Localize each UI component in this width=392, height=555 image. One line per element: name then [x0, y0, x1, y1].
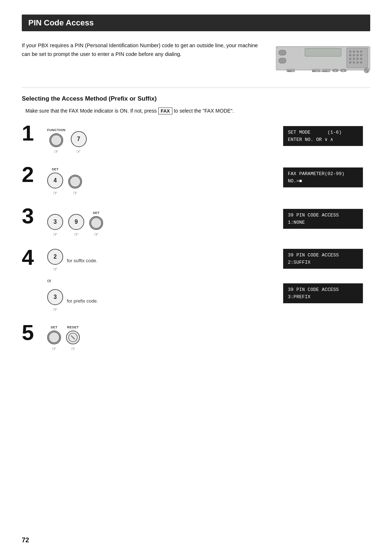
svg-point-6 — [360, 50, 362, 53]
button-9[interactable]: 9 — [68, 214, 84, 230]
step-4-option-prefix-row: 3 ☞ for prefix code. — [47, 289, 127, 312]
finger-icon-5: ☞ — [53, 231, 58, 237]
button-7-group: 7 ☞ — [71, 126, 87, 154]
finger-icon-2: ☞ — [76, 149, 81, 154]
button-3a[interactable]: 3 — [47, 214, 63, 230]
fax-machine-image: FAX SET FUNCTION 2 3 — [276, 43, 370, 77]
button-4-group: SET 4 ☞ — [47, 167, 63, 196]
subheading: Selecting the Access Method (Prefix or S… — [22, 95, 370, 102]
finger-icon-11: ☞ — [71, 346, 75, 352]
set-button-group-3: SET ☞ — [89, 211, 103, 237]
step-4-option-suffix: 2 ☞ for suffix code. — [47, 249, 127, 272]
svg-point-36 — [49, 332, 60, 343]
svg-point-16 — [353, 61, 355, 64]
set-button-5[interactable] — [47, 331, 61, 344]
svg-point-17 — [356, 61, 359, 64]
svg-point-14 — [360, 58, 362, 60]
svg-point-18 — [360, 61, 362, 64]
finger-icon-3: ☞ — [53, 190, 58, 196]
reset-label-top: RESET — [67, 325, 79, 329]
button-4[interactable]: 4 — [47, 173, 63, 189]
button-3a-group: 3 ☞ — [47, 209, 63, 237]
svg-point-33 — [51, 135, 62, 146]
set-button-group-5: SET ☞ — [47, 325, 61, 352]
svg-point-9 — [356, 54, 359, 56]
svg-point-35 — [91, 218, 102, 228]
step-4-option-prefix: 3 ☞ for prefix code. — [47, 289, 127, 312]
set-label-top-3: SET — [93, 211, 99, 215]
svg-text:FAX: FAX — [288, 70, 291, 72]
intro-text: If your PBX requires a PIN (Personal Ide… — [22, 41, 261, 59]
finger-icon-9: ☞ — [53, 307, 58, 312]
step-3-content: 3 ☞ 9 ☞ SET ☞ 39 PIN CODE ACCESS 1:NONE — [47, 207, 370, 237]
set-button-group-2: ☞ — [68, 170, 82, 196]
button-7-label-top — [78, 126, 79, 130]
svg-point-13 — [356, 58, 359, 60]
svg-point-8 — [353, 54, 355, 56]
page-number: 72 — [22, 536, 29, 544]
intro-section: If your PBX requires a PIN (Personal Ide… — [22, 41, 370, 77]
step-5-buttons: SET ☞ RESET ☞ — [47, 324, 127, 352]
svg-point-4 — [353, 50, 355, 53]
step-2-display: FAX PARAMETER(02-99) NO.=■ — [127, 166, 370, 187]
section-divider — [22, 88, 370, 88]
step-4-options: 2 ☞ for suffix code. or 3 ☞ for prefix c… — [47, 249, 127, 312]
step-2-row: 2 SET 4 ☞ ☞ FAX PARAMETER(02-99) NO.=■ — [22, 166, 370, 196]
make-sure-text: Make sure that the FAX Mode indicator is… — [25, 108, 370, 114]
set-label-2: SET — [52, 167, 58, 171]
step-4-display: 39 PIN CODE ACCESS 2:SUFFIX 39 PIN CODE … — [138, 249, 370, 303]
svg-text:SET: SET — [312, 70, 315, 72]
function-label: FUNCTION — [47, 128, 66, 132]
finger-icon-1: ☞ — [54, 149, 59, 154]
fax-button-label: FAX — [158, 108, 172, 114]
finger-icon-8: ☞ — [53, 266, 58, 272]
step-4-number: 4 — [22, 247, 47, 268]
step-5-number: 5 — [22, 322, 47, 344]
svg-point-7 — [349, 54, 351, 56]
svg-point-15 — [349, 61, 351, 64]
svg-point-3 — [349, 50, 351, 53]
finger-icon-4: ☞ — [73, 190, 78, 196]
page-title: PIN Code Access — [22, 15, 370, 31]
button-9-group: 9 ☞ — [68, 209, 84, 237]
svg-point-5 — [356, 50, 359, 53]
prefix-label: for prefix code. — [67, 298, 98, 304]
function-button[interactable] — [49, 133, 63, 147]
step-2-number: 2 — [22, 164, 47, 186]
reset-button[interactable] — [66, 331, 80, 344]
set-button-2[interactable] — [68, 175, 82, 189]
step-2-content: SET 4 ☞ ☞ FAX PARAMETER(02-99) NO.=■ — [47, 166, 370, 196]
lcd-display-4a: 39 PIN CODE ACCESS 2:SUFFIX — [283, 249, 363, 269]
svg-point-10 — [360, 54, 362, 56]
svg-rect-1 — [305, 48, 341, 56]
svg-rect-19 — [279, 50, 286, 55]
button-3b[interactable]: 3 — [47, 289, 63, 305]
step-5-row: 5 SET ☞ RESET ☞ — [22, 324, 370, 352]
set-label-top-2 — [74, 170, 75, 173]
step-3-row: 3 3 ☞ 9 ☞ SET ☞ — [22, 207, 370, 237]
step-1-content: FUNCTION ☞ 7 ☞ SET MODE (1-6) ENTER NO. … — [47, 125, 370, 154]
lcd-display-4b: 39 PIN CODE ACCESS 3:PREFIX — [283, 283, 363, 303]
step-1-number: 1 — [22, 122, 47, 144]
make-sure-text-part1: Make sure that the FAX Mode indicator is… — [25, 108, 158, 114]
lcd-display-3: 39 PIN CODE ACCESS 1:NONE — [283, 209, 363, 229]
svg-rect-20 — [279, 58, 286, 63]
button-7[interactable]: 7 — [71, 131, 87, 147]
step-4-option-suffix-row: 2 ☞ for suffix code. — [47, 249, 127, 272]
button-9-label-top — [75, 209, 77, 212]
step-1-row: 1 FUNCTION ☞ 7 ☞ SET MODE (1-6) ENTER NO… — [22, 125, 370, 154]
finger-icon-7: ☞ — [94, 231, 99, 237]
button-3a-label-top — [54, 209, 56, 212]
finger-icon-6: ☞ — [74, 231, 79, 237]
set-button-3[interactable] — [89, 216, 103, 230]
set-label-top-5: SET — [50, 325, 57, 329]
button-2[interactable]: 2 — [47, 249, 63, 265]
step-1-display: SET MODE (1-6) ENTER NO. OR ∨ ∧ — [127, 125, 370, 146]
svg-text:FUNCTION: FUNCTION — [319, 70, 327, 72]
step-4-content: 2 ☞ for suffix code. or 3 ☞ for prefix c… — [47, 249, 370, 312]
step-3-number: 3 — [22, 205, 47, 227]
step-1-buttons: FUNCTION ☞ 7 ☞ — [47, 125, 127, 154]
reset-button-group: RESET ☞ — [66, 325, 80, 352]
finger-icon-10: ☞ — [52, 346, 57, 352]
lcd-display-1: SET MODE (1-6) ENTER NO. OR ∨ ∧ — [283, 126, 363, 146]
